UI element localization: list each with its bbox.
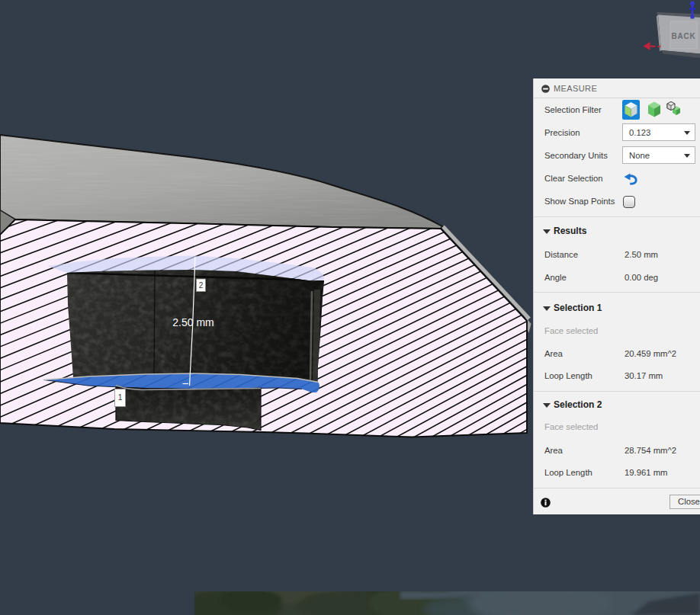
svg-text:2: 2 — [199, 281, 204, 290]
svg-text:1: 1 — [118, 393, 123, 402]
svg-text:BACK: BACK — [671, 32, 695, 40]
svg-text:2.50 mm: 2.50 mm — [172, 316, 214, 328]
